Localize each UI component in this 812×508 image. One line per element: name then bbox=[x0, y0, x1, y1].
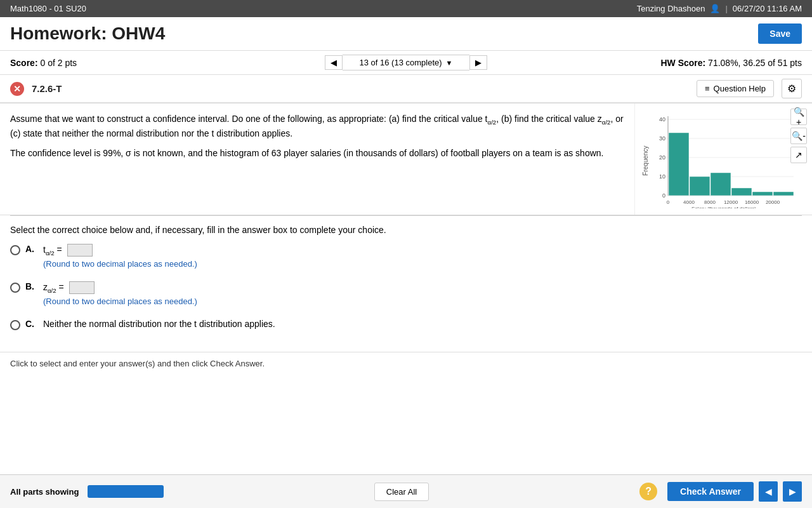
score-section: Score: 0 of 2 pts bbox=[10, 58, 325, 68]
hw-score-section: HW Score: 71.08%, 36.25 of 51 pts bbox=[487, 58, 802, 68]
option-a-formula: tα/2 = bbox=[43, 244, 802, 257]
option-a-content: tα/2 = (Round to two decimal places as n… bbox=[43, 244, 802, 269]
svg-text:Frequency: Frequency bbox=[642, 145, 649, 175]
datetime: 06/27/20 11:16 AM bbox=[733, 4, 802, 13]
option-c-label: C. bbox=[25, 319, 38, 329]
zoom-out-button[interactable]: 🔍- bbox=[790, 128, 807, 144]
option-b-note: (Round to two decimal places as needed.) bbox=[43, 297, 802, 306]
svg-rect-13 bbox=[690, 177, 710, 196]
hw-score-value: 71.08%, 36.25 of 51 pts bbox=[708, 58, 802, 68]
score-label: Score: bbox=[10, 58, 38, 68]
clear-all-button[interactable]: Clear All bbox=[374, 483, 429, 501]
option-a-note: (Round to two decimal places as needed.) bbox=[43, 259, 802, 269]
svg-text:Salary (thousands of dollars): Salary (thousands of dollars) bbox=[691, 206, 756, 208]
svg-text:40: 40 bbox=[659, 116, 665, 123]
question-text-2: The confidence level is 99%, σ is not kn… bbox=[10, 147, 624, 160]
answers-section: Select the correct choice below and, if … bbox=[0, 216, 812, 352]
hw-score-label: HW Score: bbox=[660, 58, 705, 68]
option-b-label: B. bbox=[25, 281, 38, 291]
svg-text:20: 20 bbox=[659, 154, 665, 161]
option-b-content: zα/2 = (Round to two decimal places as n… bbox=[43, 281, 802, 306]
next-question-button[interactable]: ▶ bbox=[469, 55, 487, 70]
progress-bar bbox=[88, 485, 164, 498]
option-b-formula: zα/2 = bbox=[43, 281, 802, 294]
histogram-chart: Frequency 0 10 20 30 40 bbox=[641, 110, 803, 208]
gear-icon: ⚙ bbox=[787, 83, 796, 94]
header: Homework: OHW4 Save bbox=[0, 17, 812, 51]
option-b-radio[interactable] bbox=[10, 283, 20, 293]
save-button[interactable]: Save bbox=[758, 23, 802, 44]
option-a-radio[interactable] bbox=[10, 245, 20, 255]
main-content: Assume that we want to construct a confi… bbox=[0, 104, 812, 215]
svg-text:12000: 12000 bbox=[724, 199, 738, 205]
question-progress[interactable]: 13 of 16 (13 complete) ▼ bbox=[343, 55, 469, 70]
select-instruction: Select the correct choice below and, if … bbox=[10, 225, 802, 235]
question-text-1: Assume that we want to construct a confi… bbox=[10, 112, 624, 140]
question-help-button[interactable]: ≡ Question Help bbox=[697, 80, 774, 97]
question-navigation: ◀ 13 of 16 (13 complete) ▼ ▶ bbox=[325, 55, 487, 70]
all-parts-label: All parts showing bbox=[10, 487, 80, 497]
svg-text:0: 0 bbox=[662, 192, 665, 199]
user-icon: 👤 bbox=[710, 4, 720, 13]
user-name: Tenzing Dhashoen bbox=[637, 4, 705, 13]
svg-text:4000: 4000 bbox=[683, 199, 695, 205]
option-a-label: A. bbox=[25, 244, 38, 254]
course-label: Math1080 - 01 SU20 bbox=[10, 4, 86, 13]
question-bar: ✕ 7.2.6-T ≡ Question Help ⚙ bbox=[0, 75, 812, 104]
svg-rect-12 bbox=[669, 133, 689, 196]
question-text-area: Assume that we want to construct a confi… bbox=[0, 104, 634, 215]
list-icon: ≡ bbox=[705, 84, 710, 93]
option-b: B. zα/2 = (Round to two decimal places a… bbox=[10, 281, 802, 306]
chart-controls: 🔍+ 🔍- ↗ bbox=[790, 109, 807, 163]
svg-text:16000: 16000 bbox=[745, 199, 759, 205]
score-bar: Score: 0 of 2 pts ◀ 13 of 16 (13 complet… bbox=[0, 51, 812, 75]
option-a: A. tα/2 = (Round to two decimal places a… bbox=[10, 244, 802, 269]
zoom-in-button[interactable]: 🔍+ bbox=[790, 109, 807, 125]
svg-text:20000: 20000 bbox=[766, 199, 780, 205]
bottom-prev-button[interactable]: ◀ bbox=[759, 481, 778, 502]
svg-text:30: 30 bbox=[659, 135, 665, 142]
bottom-bar: All parts showing Clear All ? Check Answ… bbox=[0, 474, 812, 508]
question-progress-text: 13 of 16 (13 complete) bbox=[360, 58, 442, 67]
svg-text:8000: 8000 bbox=[704, 199, 716, 205]
svg-rect-16 bbox=[752, 192, 773, 196]
svg-rect-17 bbox=[773, 192, 794, 196]
svg-rect-14 bbox=[710, 173, 731, 196]
chart-area: 🔍+ 🔍- ↗ Frequency 0 10 20 30 40 bbox=[634, 104, 812, 215]
score-value: 0 of 2 pts bbox=[40, 58, 77, 68]
svg-rect-15 bbox=[731, 188, 752, 196]
option-b-input[interactable] bbox=[69, 281, 95, 294]
bottom-next-button[interactable]: ▶ bbox=[783, 481, 802, 502]
footer-text: Click to select and enter your answer(s)… bbox=[10, 359, 265, 368]
chevron-down-icon: ▼ bbox=[446, 59, 453, 67]
error-icon: ✕ bbox=[10, 82, 24, 96]
top-bar: Math1080 - 01 SU20 Tenzing Dhashoen 👤 | … bbox=[0, 0, 812, 17]
settings-button[interactable]: ⚙ bbox=[782, 79, 802, 98]
bottom-bar-center: Clear All bbox=[171, 483, 632, 501]
svg-text:10: 10 bbox=[659, 173, 665, 180]
option-c-text: Neither the normal distribution nor the … bbox=[43, 319, 275, 329]
page-title: Homework: OHW4 bbox=[10, 23, 165, 44]
option-c-content: Neither the normal distribution nor the … bbox=[43, 319, 802, 329]
option-a-input[interactable] bbox=[67, 244, 93, 257]
svg-text:0: 0 bbox=[667, 199, 670, 205]
prev-question-button[interactable]: ◀ bbox=[325, 55, 343, 70]
bottom-bar-right: ? Check Answer ◀ ▶ bbox=[639, 481, 802, 502]
export-button[interactable]: ↗ bbox=[790, 147, 807, 163]
option-c: C. Neither the normal distribution nor t… bbox=[10, 319, 802, 330]
help-circle-icon[interactable]: ? bbox=[639, 483, 657, 500]
question-id: 7.2.6-T bbox=[32, 83, 62, 94]
separator: | bbox=[725, 4, 727, 13]
footer-instruction: Click to select and enter your answer(s)… bbox=[0, 352, 812, 375]
option-c-radio[interactable] bbox=[10, 320, 20, 330]
check-answer-button[interactable]: Check Answer bbox=[667, 482, 754, 501]
